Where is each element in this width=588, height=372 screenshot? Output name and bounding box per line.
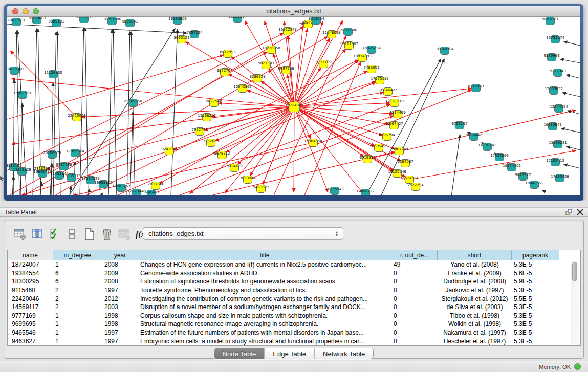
table-row[interactable]: 2242004622012Investigating the contribut…	[8, 294, 580, 303]
citation-edge[interactable]	[127, 32, 130, 195]
citation-edge[interactable]	[564, 41, 580, 46]
citation-edge-red[interactable]	[294, 107, 362, 193]
column-header-pagerank[interactable]: pagerank	[512, 250, 559, 260]
zoom-window-button[interactable]	[33, 8, 39, 14]
network-canvas[interactable]: 1872400789601238912955182260589827503818…	[7, 17, 580, 195]
column-header-name[interactable]: name	[8, 250, 53, 260]
graph-node-label: 9242848	[161, 147, 177, 151]
table-row[interactable]: 1872400712008Changes of HCN gene express…	[8, 260, 580, 269]
cell-year: 2008	[102, 261, 138, 268]
delete-table-icon[interactable]	[98, 226, 116, 243]
citation-edge-red[interactable]	[53, 37, 328, 196]
cell-short: Yano et al. (2008)	[438, 261, 512, 268]
cell-short: de Silva et al. (2003)	[438, 303, 512, 311]
citation-edge[interactable]	[451, 135, 460, 195]
graph-node-label: 9397588	[56, 163, 72, 167]
column-header-out_de[interactable]: △out_de...	[391, 250, 438, 260]
citation-edge[interactable]	[20, 103, 23, 195]
graph-node-label: 10255943	[325, 187, 344, 191]
cell-in_degree: 1	[53, 261, 102, 268]
citation-edge-red[interactable]	[225, 107, 294, 193]
table-row[interactable]: 1830029562008Estimation of significance …	[8, 277, 580, 286]
citation-edge-red[interactable]	[294, 107, 393, 114]
graph-node-label: 10543862	[233, 85, 252, 89]
graph-node-label: 12444154	[550, 105, 568, 109]
citation-edge-red[interactable]	[219, 103, 294, 107]
table-row[interactable]: 1456911722003Disruption of a novel membe…	[8, 303, 580, 312]
citation-edge-red[interactable]	[294, 107, 294, 192]
citation-edge[interactable]	[568, 111, 580, 114]
graph-node-label: 19218586	[339, 28, 357, 32]
citation-edge[interactable]	[564, 164, 580, 168]
column-header-short[interactable]: short	[438, 250, 512, 260]
table-row[interactable]: 911546021997Tourette syndrome. Phenomeno…	[8, 286, 580, 295]
citation-edge[interactable]	[80, 28, 84, 195]
clear-selection-icon[interactable]	[63, 226, 81, 243]
citation-edge[interactable]	[108, 30, 112, 195]
citation-edge[interactable]	[101, 193, 102, 195]
cell-out_de: 0	[391, 287, 438, 294]
table-vertical-scrollbar[interactable]	[571, 261, 579, 345]
column-header-title[interactable]: title	[138, 250, 391, 260]
cell-year: 1997	[102, 287, 138, 294]
cell-pagerank: 5.9E-5	[512, 278, 559, 285]
graph-node-label: 16251986	[103, 17, 121, 21]
graph-node-label: 10974893	[353, 54, 372, 58]
cell-title: Disruption of a novel member of a sodium…	[138, 303, 391, 311]
citation-edge[interactable]	[562, 93, 580, 97]
citation-edge[interactable]	[561, 128, 580, 133]
table-toolbar: f(x)	[11, 225, 150, 244]
graph-node-label: 7952745	[191, 128, 207, 132]
citation-edge[interactable]	[113, 30, 117, 195]
cell-in_degree: 1	[53, 320, 102, 327]
citation-edge-red[interactable]	[12, 79, 294, 107]
citation-edge-red[interactable]	[304, 62, 361, 195]
graph-node-label: 10595493	[369, 144, 388, 148]
graph-node-label: 8995794	[379, 133, 395, 137]
table-selector-dropdown[interactable]: citations_edges.txt ▲▼	[143, 227, 343, 240]
citation-edge[interactable]	[53, 32, 56, 195]
citation-edge-red[interactable]	[186, 42, 294, 107]
close-window-button[interactable]	[12, 8, 18, 14]
network-window-titlebar[interactable]: citations_edges.txt	[7, 6, 580, 17]
citation-edge-red[interactable]	[248, 90, 472, 180]
table-panel-inner: f(x) citations_edges.txt ▲▼ namein_degre…	[4, 220, 584, 359]
table-settings-icon[interactable]	[11, 226, 29, 243]
graph-node-label: 2522254	[407, 183, 424, 187]
citation-edge-red[interactable]	[294, 93, 383, 107]
new-table-icon[interactable]	[81, 226, 98, 243]
scrollbar-thumb[interactable]	[572, 262, 577, 281]
citation-edge[interactable]	[567, 146, 580, 150]
citation-edge-red[interactable]	[273, 36, 346, 195]
tab-edge-table[interactable]: Edge Table	[265, 348, 315, 359]
float-panel-icon[interactable]	[565, 209, 572, 215]
close-panel-icon[interactable]	[577, 209, 583, 215]
citation-edge[interactable]	[567, 75, 580, 78]
cell-name: 9465546	[8, 329, 53, 336]
select-all-icon[interactable]	[46, 226, 63, 243]
graph-node-label: 9329966	[543, 54, 560, 58]
graph-node-label: 16782753	[112, 184, 130, 188]
table-row[interactable]: 969969511998Structural magnetic resonanc…	[8, 320, 580, 329]
tab-node-table[interactable]: Node Table	[214, 348, 265, 359]
column-header-in_degree[interactable]: in_degree	[53, 250, 102, 260]
table-row[interactable]: 946554611997Estimation of the future num…	[8, 329, 580, 337]
table-row[interactable]: 946362711997Embryonic stem cells: a mode…	[8, 337, 580, 345]
show-columns-icon[interactable]	[29, 226, 46, 243]
minimize-window-button[interactable]	[23, 8, 29, 14]
column-header-year[interactable]: year	[102, 250, 138, 260]
citation-edge[interactable]	[7, 24, 187, 33]
table-row[interactable]: 977716911998Corpus callosum shape and si…	[8, 312, 580, 320]
graph-node-label: 9313105	[7, 164, 22, 168]
graph-node-label: 16905314	[228, 17, 247, 19]
pane-splitter[interactable]	[0, 201, 588, 207]
citation-edge[interactable]	[57, 32, 60, 195]
citation-edge-red[interactable]	[294, 38, 330, 107]
citation-edge-red[interactable]	[84, 60, 358, 195]
network-window-title: citations_edges.txt	[266, 7, 321, 15]
tab-network-table[interactable]: Network Table	[315, 348, 373, 359]
graph-node-label: 11126830	[44, 71, 62, 75]
citation-edge[interactable]	[560, 59, 580, 63]
citation-edge[interactable]	[542, 190, 546, 192]
table-row[interactable]: 1938455462009Genome-wide association stu…	[8, 269, 580, 278]
